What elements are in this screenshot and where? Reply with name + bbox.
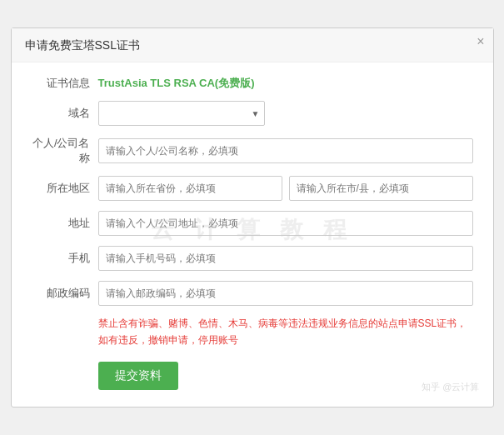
submit-button[interactable]: 提交资料 <box>98 362 178 390</box>
cert-info-row: 证书信息 TrustAsia TLS RSA CA(免费版) <box>32 76 473 91</box>
company-input[interactable] <box>98 138 473 163</box>
address-label: 地址 <box>32 216 98 231</box>
zip-row: 邮政编码 <box>32 281 473 306</box>
domain-row: 域名 ▼ <box>32 101 473 126</box>
phone-input[interactable] <box>98 246 473 271</box>
company-content <box>98 138 473 163</box>
province-input[interactable] <box>98 176 282 201</box>
warning-text: 禁止含有诈骗、赌博、色情、木马、病毒等违法违规业务信息的站点申请SSL证书，如有… <box>98 316 473 348</box>
phone-content <box>98 246 473 271</box>
cert-info-value: TrustAsia TLS RSA CA(免费版) <box>98 76 255 91</box>
cert-info-label: 证书信息 <box>32 76 98 91</box>
cert-info-content: TrustAsia TLS RSA CA(免费版) <box>98 76 473 91</box>
zip-input[interactable] <box>98 281 473 306</box>
close-icon[interactable]: × <box>477 35 484 48</box>
ssl-dialog: 申请免费宝塔SSL证书 × 证书信息 TrustAsia TLS RSA CA(… <box>11 28 494 407</box>
phone-label: 手机 <box>32 251 98 266</box>
region-content <box>98 176 473 201</box>
address-input[interactable] <box>98 211 473 236</box>
domain-select[interactable] <box>98 101 265 126</box>
region-label: 所在地区 <box>32 181 98 196</box>
zip-content <box>98 281 473 306</box>
phone-row: 手机 <box>32 246 473 271</box>
city-input[interactable] <box>289 176 473 201</box>
dialog-title: 申请免费宝塔SSL证书 <box>12 28 493 62</box>
address-row: 地址 <box>32 211 473 236</box>
region-row: 所在地区 <box>32 176 473 201</box>
domain-label: 域名 <box>32 106 98 121</box>
company-row: 个人/公司名称 <box>32 136 473 166</box>
dialog-body: 证书信息 TrustAsia TLS RSA CA(免费版) 域名 ▼ 个人/公… <box>12 62 493 406</box>
domain-select-wrapper: ▼ <box>98 101 265 126</box>
company-label: 个人/公司名称 <box>32 136 98 166</box>
domain-content: ▼ <box>98 101 473 126</box>
address-content <box>98 211 473 236</box>
zip-label: 邮政编码 <box>32 286 98 301</box>
